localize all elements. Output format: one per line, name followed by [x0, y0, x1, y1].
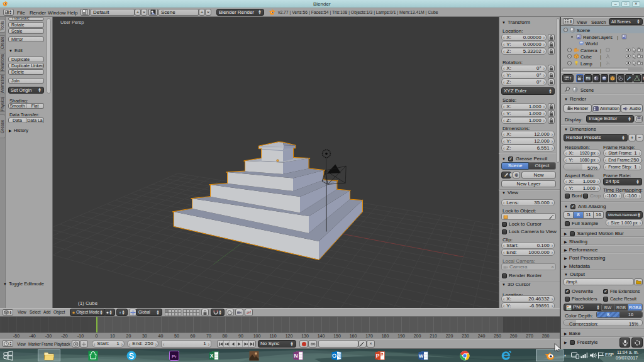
svg-text:User Persp: User Persp	[60, 19, 84, 25]
svg-text:P: P	[376, 352, 380, 358]
svg-text:N: N	[294, 352, 298, 358]
svg-text:Pr: Pr	[172, 353, 177, 359]
svg-text:(1) Cube: (1) Cube	[78, 300, 98, 306]
svg-text:W: W	[419, 353, 424, 358]
svg-text:X: X	[210, 352, 214, 358]
